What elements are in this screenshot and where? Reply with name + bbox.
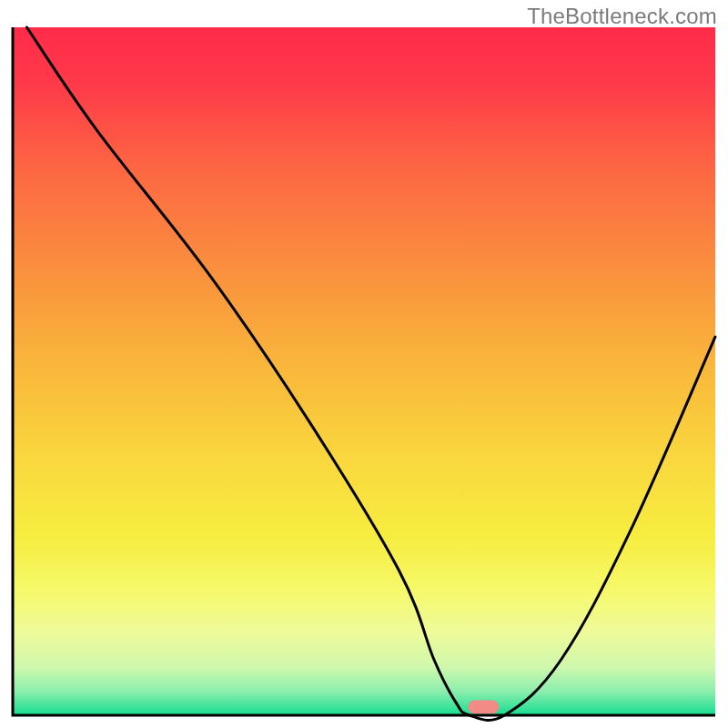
- chart-svg: [0, 0, 728, 728]
- bottleneck-chart: TheBottleneck.com: [0, 0, 728, 728]
- optimal-point-marker: [468, 700, 499, 713]
- watermark-text: TheBottleneck.com: [527, 4, 717, 29]
- plot-background: [13, 27, 715, 715]
